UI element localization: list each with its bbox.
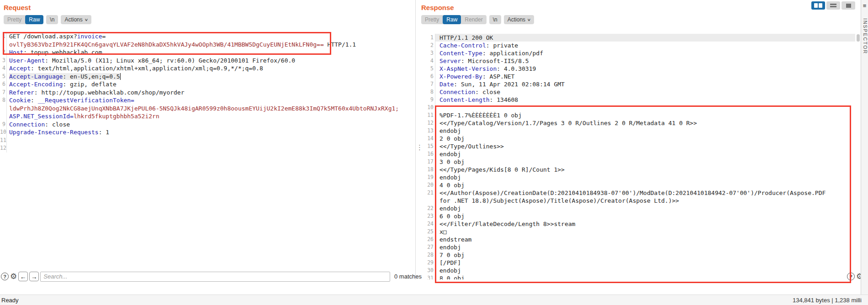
request-search-input[interactable] <box>40 272 390 282</box>
line-number: 9 <box>423 96 435 104</box>
help-icon[interactable]: ? <box>847 273 855 280</box>
code-row: 173 0 obj <box>423 158 855 166</box>
code-row: 318 0 obj <box>423 274 855 279</box>
tab-raw[interactable]: Raw <box>25 15 43 24</box>
message-editor-view: Request PrettyRaw\nActions∨ 1GET /downlo… <box>0 0 868 305</box>
code-text: %PDF-1.7%ÈÈÈÈÈÈÈ1 0 obj <box>435 111 855 119</box>
pane-divider <box>415 0 416 279</box>
button-label: Actions <box>64 16 82 23</box>
code-text: [/PDF] <box>435 259 855 267</box>
code-row: 7Referer: http://topup.webhacklab.com/sh… <box>0 89 415 97</box>
tab-pretty[interactable]: Pretty <box>421 15 443 24</box>
status-bytes-time: 134,841 bytes | 1,238 milli <box>793 297 862 304</box>
line-number: 3 <box>0 57 7 65</box>
code-row: 142 0 obj <box>423 135 855 142</box>
code-text: Accept-Encoding: gzip, deflate <box>7 80 415 89</box>
code-row: 9Connection: close <box>0 121 415 129</box>
button-label: \n <box>50 16 54 23</box>
line-number: 24 <box>423 220 435 228</box>
line-number: 21 <box>423 189 435 197</box>
search-prev-button[interactable]: ← <box>18 272 28 281</box>
line-number: 4 <box>0 64 7 73</box>
inspector-collapse-icon[interactable]: ≡ <box>861 3 868 9</box>
line-number: 29 <box>423 259 435 267</box>
inspector-label[interactable]: INSPECTOR <box>861 18 868 54</box>
tab-newline[interactable]: \n <box>489 15 501 24</box>
code-row: 11 <box>0 137 415 145</box>
code-row: 6Accept-Encoding: gzip, deflate <box>0 80 415 89</box>
line-number: 31 <box>423 274 435 279</box>
line-number: 12 <box>423 119 435 127</box>
code-text: endstream <box>435 236 855 243</box>
code-text: Accept-Language: en-US,en;q=0.5 <box>7 73 415 81</box>
code-text: <</Filter/FlateDecode/Length 8>>stream <box>435 220 855 228</box>
code-row: 2Cache-Control: private <box>423 42 855 49</box>
line-number: 1 <box>423 34 435 42</box>
code-text: Connection: close <box>435 88 855 96</box>
code-text: endobj <box>435 205 855 212</box>
code-row: ovlTyB363VbzIPh921FK4QCn6gavqYLVAF2eN8hD… <box>0 41 415 49</box>
line-number: 28 <box>423 251 435 259</box>
line-number: 20 <box>423 181 435 189</box>
code-row: 15<</Type/Outlines>> <box>423 142 855 150</box>
line-number: 9 <box>0 121 7 129</box>
code-row: 3Content-Type: application/pdf <box>423 49 855 57</box>
code-row: 26endstream <box>423 236 855 243</box>
layout-columns-button[interactable] <box>811 1 825 10</box>
code-row: 3User-Agent: Mozilla/5.0 (X11; Linux x86… <box>0 57 415 65</box>
request-search-bar: ? ⚙ ← → 0 matches <box>1 269 422 284</box>
response-scrollbar[interactable] <box>857 34 860 42</box>
line-number: 2 <box>0 48 7 57</box>
code-text: x□ <box>435 228 855 236</box>
code-row: 287 0 obj <box>423 251 855 259</box>
code-row: 1HTTP/1.1 200 OK <box>423 34 855 42</box>
code-row: 204 0 obj <box>423 181 855 189</box>
response-tab-bar: PrettyRawRender\nActions∨ <box>421 15 534 24</box>
layout-rows-button[interactable] <box>826 1 840 10</box>
line-number: 17 <box>423 158 435 166</box>
layout-single-button[interactable] <box>842 1 855 10</box>
tab-pretty[interactable]: Pretty <box>4 15 25 24</box>
response-pane: Response PrettyRawRender\nActions∨ 1HTTP… <box>419 0 861 294</box>
code-row: 5Accept-Language: en-US,en;q=0.5 <box>0 73 415 81</box>
tab-newline[interactable]: \n <box>46 15 58 24</box>
tab-raw[interactable]: Raw <box>443 15 461 24</box>
code-text: 3 0 obj <box>435 158 855 166</box>
status-ready: Ready <box>1 297 19 304</box>
code-text: Cookie: __RequestVerificationToken= <box>7 96 415 105</box>
code-text: endobj <box>435 150 855 158</box>
actions-menu-button[interactable]: Actions∨ <box>504 15 534 24</box>
code-text: ovlTyB363VbzIPh921FK4QCn6gavqYLVAF2eN8hD… <box>7 41 415 49</box>
code-text: Accept: text/html,application/xhtml+xml,… <box>7 64 415 73</box>
code-row: 10Upgrade-Insecure-Requests: 1 <box>0 128 415 137</box>
code-text: endobj <box>435 243 855 251</box>
code-text: <</Type/Outlines>> <box>435 142 855 150</box>
line-number: 2 <box>423 42 435 49</box>
button-label: \n <box>493 16 498 23</box>
code-text: HTTP/1.1 200 OK <box>435 34 855 42</box>
line-number: 18 <box>423 166 435 174</box>
response-pane-title: Response <box>421 4 454 11</box>
code-row: 19endobj <box>423 174 855 181</box>
line-number: 23 <box>423 212 435 220</box>
line-number: 6 <box>0 80 7 89</box>
actions-menu-button[interactable]: Actions∨ <box>61 15 91 24</box>
code-row: 21<</Author(Aspose)/CreationDate(D:20210… <box>423 189 855 197</box>
code-text: Host: topup.webhacklab.com <box>7 48 415 57</box>
gear-icon[interactable]: ⚙ <box>10 273 17 280</box>
tab-render[interactable]: Render <box>461 15 486 24</box>
code-row: 12 <box>0 144 415 152</box>
code-row: 11%PDF-1.7%ÈÈÈÈÈÈÈ1 0 obj <box>423 111 855 119</box>
line-number: 12 <box>0 144 7 152</box>
line-number: 4 <box>423 57 435 65</box>
code-text: ASP.NET_SessionId=lhkrd5fkuptgbhbh5a52i2… <box>7 112 415 121</box>
code-text: 8 0 obj <box>435 274 855 279</box>
request-editor[interactable]: 1GET /download.aspx?invoice=ovlTyB363Vbz… <box>0 26 415 279</box>
help-icon[interactable]: ? <box>1 273 9 280</box>
search-next-button[interactable]: → <box>29 272 39 281</box>
code-text: <</Type/Catalog/Version/1.7/Pages 3 0 R/… <box>435 119 855 127</box>
code-text: 4 0 obj <box>435 181 855 189</box>
response-editor[interactable]: 1HTTP/1.1 200 OK2Cache-Control: private3… <box>423 26 855 279</box>
line-number: 16 <box>423 150 435 158</box>
code-row: 7Date: Sun, 11 Apr 2021 02:08:14 GMT <box>423 80 855 88</box>
